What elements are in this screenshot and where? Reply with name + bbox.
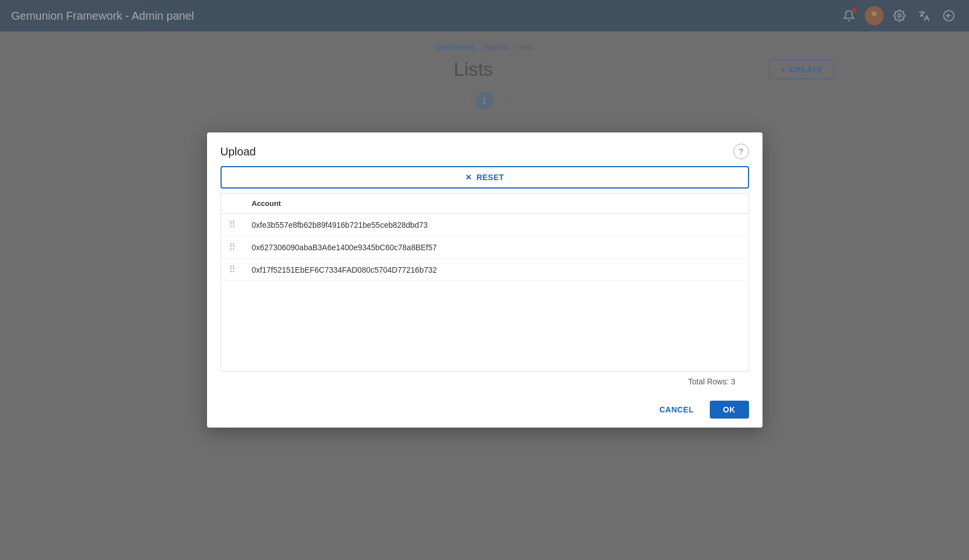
accounts-table: Account ⠿ 0xfe3b557e8fb62b89f4916b721be5… [221, 193, 749, 281]
dialog-header: Upload ? [207, 132, 763, 166]
table-footer: Total Rows: 3 [221, 371, 749, 392]
drag-dots-icon: ⠿ [229, 242, 236, 252]
account-cell-3: 0xf17f52151EbEF6C7334FAD080c5704D77216b7… [244, 259, 749, 281]
x-icon: ✕ [465, 173, 472, 182]
table-row: ⠿ 0xf17f52151EbEF6C7334FAD080c5704D77216… [221, 259, 748, 281]
upload-dialog: Upload ? ✕ RESET Account ⠿ [207, 132, 763, 428]
drag-handle-2[interactable]: ⠿ [221, 236, 244, 259]
total-rows-value: 3 [731, 377, 736, 386]
reset-label: RESET [476, 173, 504, 182]
drag-handle-1[interactable]: ⠿ [221, 214, 244, 236]
ok-button[interactable]: OK [710, 401, 749, 419]
account-cell-2: 0x627306090abaB3A6e1400e9345bC60c78a8BEf… [244, 236, 749, 259]
drag-dots-icon: ⠿ [229, 265, 236, 274]
reset-button[interactable]: ✕ RESET [221, 166, 749, 189]
empty-table-area [221, 281, 749, 371]
cancel-button[interactable]: CANCEL [650, 401, 702, 419]
table-row: ⠿ 0xfe3b557e8fb62b89f4916b721be55ceb828d… [221, 214, 748, 236]
drag-dots-icon: ⠿ [229, 220, 236, 229]
dialog-title: Upload [221, 145, 256, 158]
account-cell-1: 0xfe3b557e8fb62b89f4916b721be55ceb828dbd… [244, 214, 749, 236]
drag-handle-3[interactable]: ⠿ [221, 259, 244, 281]
modal-overlay: Upload ? ✕ RESET Account ⠿ [0, 0, 969, 560]
total-rows-label: Total Rows: [688, 377, 728, 386]
help-icon[interactable]: ? [733, 144, 749, 159]
help-icon-label: ? [739, 147, 743, 156]
account-column-header: Account [244, 194, 749, 214]
table-row: ⠿ 0x627306090abaB3A6e1400e9345bC60c78a8B… [221, 236, 748, 259]
dialog-actions: CANCEL OK [207, 392, 763, 428]
drag-column-header [221, 194, 244, 214]
